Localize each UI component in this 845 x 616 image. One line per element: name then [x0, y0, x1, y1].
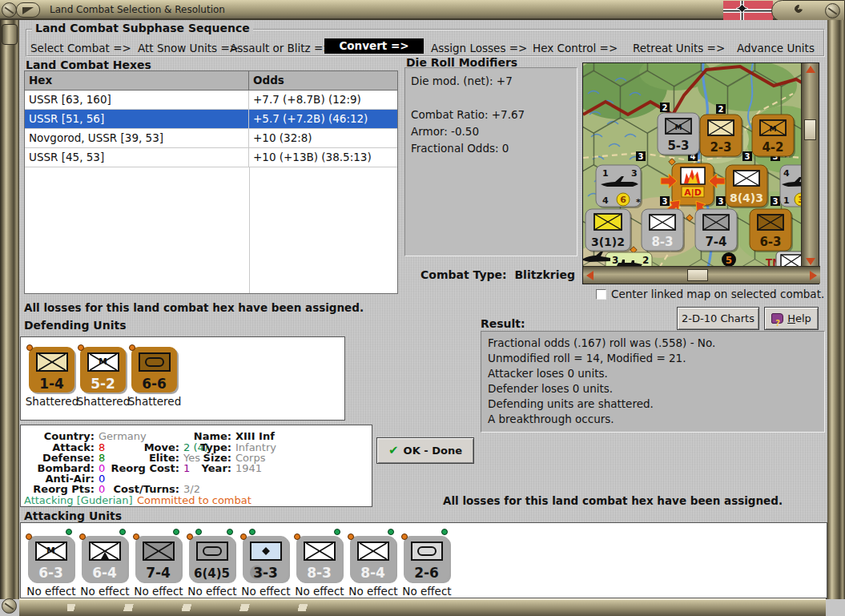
attacking-unit-8-4[interactable]: 8-4	[350, 536, 396, 582]
map-unit-6-3[interactable]: 6-3	[750, 209, 793, 252]
charts-button[interactable]: 2-D-10 Charts	[677, 307, 759, 330]
country-value: Germany	[99, 430, 147, 442]
status-dot-icon	[26, 533, 32, 540]
scroll-right-icon[interactable]	[810, 271, 817, 280]
hex-list: Hex Odds USSR [63, 160] +7.7 (+8.7B) (12…	[24, 70, 398, 294]
step-hex-control[interactable]: Hex Control =>	[533, 42, 618, 54]
unit-strength: 8-4	[350, 565, 396, 581]
linked-map[interactable]: 2 2 3 4 3 3 2 3 3 3 2 M 5-3	[582, 62, 819, 284]
map-unit-3-1-2[interactable]: 3(1)2	[585, 209, 632, 252]
result-line: Attacker loses 0 units.	[488, 366, 818, 381]
map-unit-4-2[interactable]: M 4-2	[752, 115, 795, 158]
status-dot-icon	[187, 533, 193, 540]
horizontal-scroll-thumb[interactable]	[687, 269, 708, 281]
attacking-unit-2-6[interactable]: 2-6	[404, 536, 449, 582]
mechanized-symbol-icon: M	[87, 352, 119, 372]
step-convert-active[interactable]: Convert =>	[324, 38, 424, 54]
map-horizontal-scrollbar[interactable]	[583, 266, 820, 284]
country-label: Country:	[21, 430, 95, 442]
center-map-checkbox[interactable]	[596, 289, 606, 300]
unit-status: Shattered	[24, 395, 80, 408]
motorized-symbol-icon	[89, 542, 121, 561]
unit-status: No effect	[184, 585, 240, 598]
unit-strength: 8-3	[296, 565, 342, 581]
svg-text:7-4: 7-4	[705, 235, 726, 249]
defending-unit-5-2[interactable]: M 5-2	[80, 347, 126, 393]
svg-text:3: 3	[638, 152, 644, 161]
hex-row-2[interactable]: Novgorod, USSR [39, 53] +10 (32:8)	[25, 129, 397, 148]
combat-type-label: Combat Type:	[420, 268, 507, 281]
svg-text:6: 6	[620, 195, 626, 205]
odds-cell: +10 (+13B) (38.5:13)	[249, 148, 397, 167]
status-dot-icon	[240, 533, 247, 540]
attacking-unit-3-3[interactable]: 3-3	[243, 536, 288, 582]
unit-info-panel: Country: Germany Name: XIII Inf Attack: …	[20, 425, 372, 507]
map-air-unit-right[interactable]: 4 1 3	[780, 165, 802, 207]
step-assign-losses[interactable]: Assign Losses =>	[431, 42, 527, 54]
vertical-scroll-thumb[interactable]	[804, 119, 816, 140]
map-vertical-scrollbar[interactable]	[801, 63, 819, 268]
svg-text:M: M	[675, 123, 682, 131]
mechanized-symbol-icon: M	[35, 542, 67, 561]
step-assault-or-blitz[interactable]: Assault or Blitz =>	[230, 42, 332, 54]
close-icon	[793, 3, 804, 14]
unit-strength: 5-2	[80, 376, 126, 392]
status-dot-icon	[26, 344, 33, 351]
step-select-combat[interactable]: Select Combat =>	[30, 42, 131, 54]
svg-text:8(4)3: 8(4)3	[730, 191, 763, 204]
step-advance-units[interactable]: Advance Units	[737, 42, 815, 54]
map-unit-8-4-3[interactable]: 8(4)3	[726, 165, 769, 208]
subphase-title: Land Combat Subphase Sequence	[32, 22, 253, 34]
screw-icon	[2, 2, 17, 18]
status-dot-icon	[441, 529, 448, 535]
svg-text:3: 3	[773, 197, 779, 206]
svg-text:1: 1	[602, 168, 609, 179]
svg-text:3: 3	[631, 168, 638, 179]
window-close-control[interactable]	[771, 0, 845, 22]
map-unit-7-4[interactable]: 7-4	[695, 209, 738, 252]
unit-strength: 2-6	[404, 565, 449, 581]
result-panel: Fractional odds (.167) roll was (.558) -…	[481, 331, 825, 433]
unit-strength: 7-4	[135, 565, 181, 581]
hex-row-3[interactable]: USSR [45, 53] +10 (+13B) (38.5:13)	[25, 148, 397, 167]
map-unit-5-3[interactable]: M 5-3	[658, 113, 701, 156]
map-unit-2-3[interactable]: 2-3	[700, 115, 743, 158]
window-menu-button[interactable]	[16, 2, 40, 18]
svg-text:3: 3	[745, 152, 750, 161]
screw-icon	[825, 3, 840, 18]
map-port-marker: 5	[722, 252, 736, 267]
scroll-up-icon[interactable]	[806, 66, 815, 73]
map-corner-unit	[776, 252, 802, 268]
column-hex: Hex	[25, 71, 249, 90]
scroll-down-icon[interactable]	[806, 258, 815, 265]
attacking-unit-6-4[interactable]: 6-4	[82, 536, 127, 582]
defending-unit-1-4[interactable]: 1-4	[29, 347, 74, 393]
defending-units-title: Defending Units	[24, 319, 127, 332]
defending-units-panel: 1-4 M 5-2 6-6 Shattered Shattered Shatte…	[20, 336, 345, 421]
attacking-unit-8-3[interactable]: 8-3	[296, 536, 342, 582]
ok-done-button[interactable]: ✔OK - Done	[376, 437, 474, 464]
map-canvas[interactable]: 2 2 3 4 3 3 2 3 3 3 2 M 5-3	[583, 63, 802, 268]
svg-text:A|D: A|D	[684, 187, 702, 198]
step-retreat-units[interactable]: Retreat Units =>	[633, 42, 725, 54]
result-line: Defender loses 0 units.	[488, 381, 818, 397]
defending-unit-6-6[interactable]: 6-6	[131, 347, 177, 393]
result-title: Result:	[481, 317, 525, 330]
airborne-symbol-icon	[250, 542, 282, 561]
scroll-left-icon[interactable]	[586, 271, 594, 280]
help-button[interactable]: Help	[764, 307, 819, 330]
frame-left	[0, 20, 19, 599]
attacking-unit-6-3[interactable]: M 6-3	[28, 536, 74, 582]
attacking-unit-7-4[interactable]: 7-4	[135, 536, 181, 582]
step-att-snow-units[interactable]: Att Snow Units =>	[138, 42, 239, 54]
hex-row-0[interactable]: USSR [63, 160] +7.7 (+8.7B) (12:9)	[25, 91, 397, 110]
armor-symbol-icon	[139, 352, 171, 372]
screw-icon	[2, 598, 17, 614]
map-unit-8-3[interactable]: 8-3	[642, 209, 685, 252]
committed-label: Committed to combat	[137, 494, 251, 506]
attacking-unit-6-4-5[interactable]: 6(4)5	[189, 536, 235, 582]
center-map-checkbox-label[interactable]: Center linked map on selected combat.	[611, 288, 824, 300]
hex-row-1-selected[interactable]: USSR [51, 56] +5.7 (+7.2B) (46:12)	[25, 110, 397, 129]
map-air-unit[interactable]: 1 3 4 6 *	[596, 165, 642, 208]
status-dot-icon	[388, 529, 394, 535]
